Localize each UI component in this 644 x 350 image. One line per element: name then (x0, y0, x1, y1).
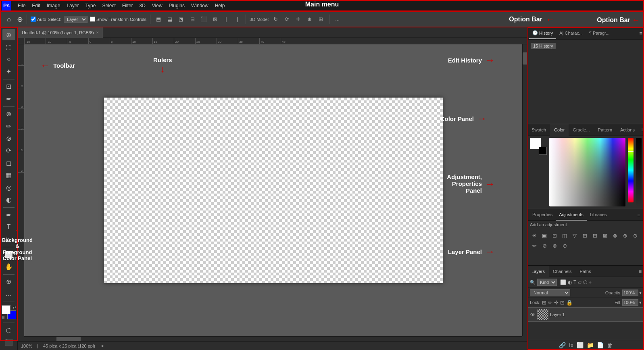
hsl-adj-btn[interactable]: ⊞ (580, 231, 589, 240)
posterize-adj-btn[interactable]: ⊘ (540, 241, 549, 250)
3d-slide-btn[interactable]: ⊕ (305, 15, 314, 24)
char-tab[interactable]: A| Charac... (556, 28, 586, 39)
filter-toggle[interactable]: ● (589, 279, 592, 285)
filter-type-icon[interactable]: T (573, 279, 576, 285)
lock-artboard-btn[interactable]: ⊡ (560, 300, 565, 306)
invert-adj-btn[interactable]: ✏ (530, 241, 539, 250)
canvas-viewport[interactable] (24, 44, 522, 336)
new-group-btn[interactable]: 📁 (587, 342, 594, 348)
screen-mode-btn[interactable]: ⬛ (2, 337, 15, 348)
swap-colors-btn[interactable]: ⇄ (13, 305, 16, 309)
menu-filter[interactable]: Filter (119, 2, 136, 9)
history-panel-menu[interactable]: ≡ (639, 30, 642, 36)
horizontal-scrollbar[interactable] (24, 336, 522, 341)
actions-tab[interactable]: Actions (616, 124, 639, 135)
paths-tab[interactable]: Paths (576, 266, 595, 277)
more-options-btn[interactable]: ... (333, 15, 342, 24)
fill-input[interactable] (622, 299, 638, 306)
lasso-tool[interactable]: ○ (2, 54, 15, 65)
vscroll-thumb[interactable] (523, 52, 527, 65)
layers-tab[interactable]: Layers (527, 266, 549, 277)
color-spectrum[interactable] (549, 138, 625, 206)
filter-shape-icon[interactable]: ▱ (578, 279, 581, 285)
history-brush-tool[interactable]: ⟳ (2, 145, 15, 156)
threshold-adj-btn[interactable]: ⊛ (550, 241, 559, 250)
canvas[interactable] (104, 98, 443, 283)
properties-tab[interactable]: Properties (529, 209, 556, 221)
heal-tool[interactable]: ⊛ (2, 108, 15, 119)
menu-type[interactable]: Type (82, 2, 99, 9)
3d-roll-btn[interactable]: ⟳ (283, 15, 292, 24)
lock-move-btn[interactable]: ✛ (554, 300, 559, 306)
menu-help[interactable]: Help (212, 2, 228, 9)
filter-pixel-icon[interactable]: ⬜ (560, 279, 566, 285)
layer-visibility-toggle[interactable]: 👁 (530, 312, 536, 318)
blur-tool[interactable]: ◎ (2, 182, 15, 193)
move-tool[interactable]: ⊕ (2, 29, 15, 40)
eyedropper-tool[interactable]: ✒ (2, 93, 15, 104)
lock-all-btn[interactable]: 🔒 (566, 300, 573, 306)
extra-tool[interactable]: … (2, 288, 15, 300)
hand-tool[interactable]: ✋ (2, 261, 15, 272)
foreground-color-swatch[interactable] (2, 305, 10, 314)
rect-shape-tool[interactable]: ⬜ (2, 249, 15, 260)
layers-kind-select[interactable]: Kind (537, 279, 557, 286)
crop-tool[interactable]: ⊡ (2, 81, 15, 92)
opacity-bar[interactable] (636, 138, 642, 206)
gradient-tab[interactable]: Gradie... (569, 124, 594, 135)
gradient-tool[interactable]: ▦ (2, 170, 15, 181)
fill-dropdown-btn[interactable]: ▾ (639, 300, 642, 305)
brush-tool[interactable]: ✏ (2, 121, 15, 132)
opacity-input[interactable] (622, 290, 638, 296)
align-top-btn[interactable]: ⬒ (154, 15, 163, 24)
curves-adj-btn[interactable]: ⊡ (550, 231, 559, 240)
layer-fx-btn[interactable]: fx (569, 342, 573, 348)
colorlookup-adj-btn[interactable]: ⊙ (631, 231, 640, 240)
reset-colors-btn[interactable]: ⊟ (2, 315, 5, 319)
menu-image[interactable]: Image (44, 2, 63, 9)
align-bottom-btn[interactable]: ⬔ (177, 15, 185, 24)
adj-panel-menu[interactable]: ≡ (635, 212, 642, 218)
hue-bar[interactable] (628, 138, 634, 202)
bw-adj-btn[interactable]: ⊠ (600, 231, 609, 240)
filter-adj-icon[interactable]: ◐ (568, 279, 572, 285)
blend-mode-select[interactable]: Normal (530, 289, 570, 296)
3d-pan-btn[interactable]: ✛ (294, 15, 303, 24)
menu-file[interactable]: File (15, 2, 29, 9)
gradient-map-adj-btn[interactable]: ⊝ (560, 241, 569, 250)
dodge-tool[interactable]: ◐ (2, 194, 15, 205)
menu-edit[interactable]: Edit (29, 2, 44, 9)
history-tab[interactable]: 🕐 History (529, 28, 556, 39)
auto-select-dropdown[interactable]: Layer Group (64, 16, 88, 23)
menu-plugins[interactable]: Plugins (166, 2, 188, 9)
vertical-scrollbar[interactable] (522, 44, 527, 336)
para-tab[interactable]: ¶ Paragr... (586, 28, 613, 39)
vibrance-adj-btn[interactable]: ▽ (570, 231, 579, 240)
opacity-dropdown-btn[interactable]: ▾ (639, 290, 642, 296)
align-right-btn[interactable]: ⊠ (210, 15, 219, 24)
layers-panel-menu[interactable]: ≡ (636, 269, 644, 274)
layer-1-item[interactable]: 👁 Layer 1 (527, 307, 644, 322)
clone-tool[interactable]: ⊚ (2, 133, 15, 144)
channelmix-adj-btn[interactable]: ⊕ (621, 231, 629, 240)
colorbalance-adj-btn[interactable]: ⊟ (590, 231, 599, 240)
quick-mask-btn[interactable]: ⬡ (2, 325, 15, 336)
type-tool[interactable]: T (2, 221, 15, 233)
tab-close-btn[interactable]: × (96, 30, 99, 35)
zoom-tool[interactable]: ⊕ (2, 276, 15, 288)
pattern-tab[interactable]: Pattern (594, 124, 616, 135)
align-extra-btn[interactable]: | (233, 15, 242, 24)
auto-select-checkbox[interactable] (31, 17, 36, 22)
photofilter-adj-btn[interactable]: ⊗ (611, 231, 619, 240)
channels-tab[interactable]: Channels (549, 266, 575, 277)
3d-scale-btn[interactable]: ⊞ (317, 15, 325, 24)
status-arrow[interactable]: ▸ (102, 343, 104, 348)
color-panel-menu[interactable]: ≡ (639, 127, 644, 133)
levels-adj-btn[interactable]: ▣ (540, 231, 549, 240)
filter-smart-icon[interactable]: ⬡ (583, 279, 587, 285)
lock-brush-btn[interactable]: ✏ (548, 300, 552, 306)
bg-color-swatch[interactable] (539, 147, 547, 155)
document-tab[interactable]: Untitled-1 @ 100% (Layer 1, RGB/8) × (18, 27, 103, 38)
path-select-tool[interactable]: ▷ (2, 234, 15, 245)
menu-select[interactable]: Select (99, 2, 119, 9)
